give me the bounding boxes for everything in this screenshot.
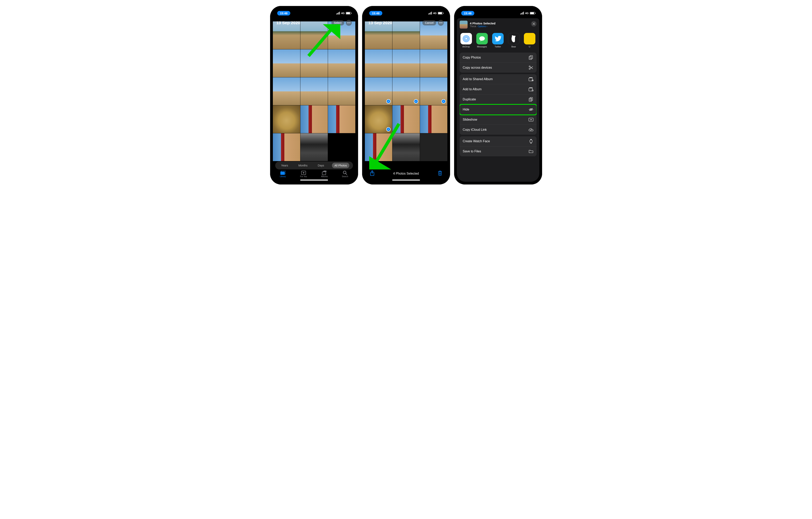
photo-thumb[interactable] [273,77,300,105]
photo-thumb[interactable] [393,133,420,161]
svg-rect-45 [530,139,532,140]
ellipsis-icon [439,22,442,23]
library-timescale-tabs: Years Months Days All Photos [275,162,353,169]
more-button[interactable] [346,20,352,26]
battery-icon [438,12,443,15]
photo-thumb[interactable] [393,105,420,133]
svg-rect-35 [529,87,532,88]
photo-thumb[interactable] [300,49,328,77]
albums-icon [322,171,327,175]
battery-icon [346,12,351,15]
photo-thumb[interactable] [328,77,355,105]
svg-rect-44 [530,140,532,143]
svg-point-20 [464,36,468,41]
share-app-messages[interactable]: Messages [476,33,488,48]
photo-thumb[interactable] [273,133,300,161]
photo-thumb-stack[interactable] [420,133,447,161]
svg-rect-25 [530,56,532,59]
svg-line-29 [530,66,533,69]
status-carrier: 4G [433,12,436,15]
tab-albums[interactable]: Albums [321,171,327,177]
svg-rect-6 [322,172,326,175]
photo-thumb[interactable] [328,105,355,133]
photo-thumb[interactable] [420,105,447,133]
close-button[interactable] [531,21,536,27]
share-sheet: 4 Photos Selected Thirsk Options › AirDr… [457,18,539,182]
copy-icon [529,55,533,60]
share-sheet-header: 4 Photos Selected Thirsk Options › [457,18,539,31]
svg-point-12 [439,22,440,23]
action-duplicate[interactable]: Duplicate [460,94,536,105]
photo-thumb[interactable] [273,49,300,77]
photo-thumb-selected[interactable]: ✓ [365,77,392,105]
svg-point-1 [348,22,349,23]
checkmark-icon: ✓ [441,99,446,104]
tab-months[interactable]: Months [296,163,310,168]
action-add-album[interactable]: Add to Album [460,84,536,94]
share-apps-row[interactable]: AirDrop Messages Twitter Bear U [457,31,539,51]
status-time: 15:48 [369,11,382,16]
photo-thumb[interactable] [420,49,447,77]
share-options-link[interactable]: Options › [478,25,487,28]
svg-line-28 [530,67,533,69]
svg-rect-46 [530,143,532,143]
select-button[interactable]: Select [331,20,344,25]
cancel-button[interactable]: Cancel [423,20,436,25]
share-thumbnail [460,21,468,29]
delete-button[interactable] [438,171,442,176]
action-copy-icloud-link[interactable]: Copy iCloud Link [460,125,536,135]
photo-thumb[interactable] [300,77,328,105]
phone-frame-2: 15:48 4G 13 Sep 2020 Cancel ✓ [362,6,450,185]
signal-icon [428,12,432,15]
photo-thumb[interactable] [365,49,392,77]
svg-point-13 [440,22,441,23]
photo-thumb-selected[interactable]: ✓ [420,77,447,105]
svg-point-23 [512,35,513,37]
action-slideshow[interactable]: Slideshow [460,115,536,125]
share-button[interactable] [370,170,374,177]
library-date: 13 Sep 2020 [369,21,392,25]
action-add-shared-album[interactable]: Add to Shared Album [460,74,536,84]
icloud-link-icon [529,128,533,132]
ellipsis-icon [347,22,350,23]
share-app-twitter[interactable]: Twitter [492,33,504,48]
tab-search[interactable]: Search [342,171,348,177]
status-carrier: 4G [341,12,344,15]
photo-thumb[interactable] [273,105,300,133]
photo-thumb-selected[interactable]: ✓ [365,105,392,133]
heart-icon [301,171,306,175]
photo-grid-selecting[interactable]: ✓ ✓ ✓ ✓ [365,21,447,166]
share-actions-group-3: Create Watch Face Save to Files [460,136,536,156]
svg-rect-24 [529,56,532,59]
action-copy-across-devices[interactable]: Copy across devices [460,63,536,73]
library-date: 13 Sep 2020 [277,21,300,25]
photo-thumb[interactable] [365,133,392,161]
photo-thumb[interactable] [300,133,328,161]
photo-thumb[interactable] [393,49,420,77]
svg-line-10 [346,173,347,174]
tab-for-you[interactable]: For You [300,171,307,177]
home-indicator[interactable] [392,180,420,181]
tab-all-photos[interactable]: All Photos [332,163,349,168]
status-time: 15:48 [277,11,290,16]
action-hide[interactable]: Hide [460,105,536,115]
photo-thumb-selected[interactable]: ✓ [393,77,420,105]
photo-thumb[interactable] [328,49,355,77]
selection-count-label: 4 Photos Selected [393,172,419,175]
tab-days[interactable]: Days [316,163,326,168]
action-create-watch-face[interactable]: Create Watch Face [460,136,536,146]
share-app-airdrop[interactable]: AirDrop [460,33,472,48]
tab-years[interactable]: Years [279,163,290,168]
share-app-bear[interactable]: Bear [508,33,520,48]
photo-thumb[interactable] [300,105,328,133]
share-app-partial[interactable]: U [523,33,536,48]
home-indicator[interactable] [300,180,328,181]
more-button[interactable] [438,20,444,26]
signal-icon [336,12,340,15]
action-save-to-files[interactable]: Save to Files [460,146,536,156]
svg-point-33 [532,80,533,80]
action-copy-photos[interactable]: Copy Photos [460,53,536,63]
tab-library[interactable]: Library [280,171,286,177]
photo-grid[interactable] [273,21,355,159]
share-icon [370,170,374,176]
